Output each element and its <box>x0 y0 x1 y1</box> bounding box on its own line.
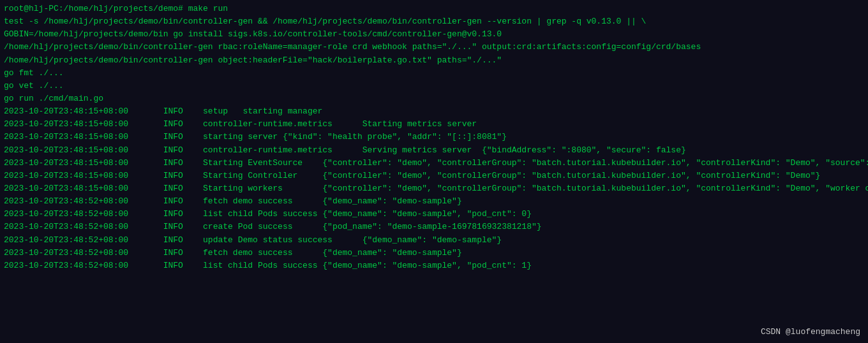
terminal-line: GOBIN=/home/hlj/projects/demo/bin go ins… <box>4 28 864 41</box>
terminal-line: 2023-10-20T23:48:15+08:00 INFO controlle… <box>4 118 864 131</box>
terminal-line: /home/hlj/projects/demo/bin/controller-g… <box>4 41 864 54</box>
terminal-line: 2023-10-20T23:48:52+08:00 INFO create Po… <box>4 221 864 233</box>
terminal-line: 2023-10-20T23:48:15+08:00 INFO Starting … <box>4 157 864 170</box>
terminal-line: root@hlj-PC:/home/hlj/projects/demo# mak… <box>4 3 864 15</box>
terminal-line: go run ./cmd/main.go <box>4 92 864 105</box>
terminal-line: 2023-10-20T23:48:15+08:00 INFO starting … <box>4 131 864 143</box>
terminal-line: 2023-10-20T23:48:52+08:00 INFO fetch dem… <box>4 195 864 208</box>
terminal-line: 2023-10-20T23:48:15+08:00 INFO controlle… <box>4 144 864 157</box>
terminal-line: 2023-10-20T23:48:52+08:00 INFO list chil… <box>4 259 864 272</box>
terminal-line: 2023-10-20T23:48:15+08:00 INFO Starting … <box>4 182 864 195</box>
terminal-line: 2023-10-20T23:48:15+08:00 INFO Starting … <box>4 170 864 182</box>
terminal-line: /home/hlj/projects/demo/bin/controller-g… <box>4 54 864 67</box>
terminal-line: 2023-10-20T23:48:52+08:00 INFO fetch dem… <box>4 247 864 259</box>
terminal-line: 2023-10-20T23:48:52+08:00 INFO update De… <box>4 234 864 247</box>
terminal-line: 2023-10-20T23:48:15+08:00 INFO setup sta… <box>4 105 864 118</box>
terminal-line: test -s /home/hlj/projects/demo/bin/cont… <box>4 15 864 28</box>
terminal: root@hlj-PC:/home/hlj/projects/demo# mak… <box>0 0 868 343</box>
terminal-line: go fmt ./... <box>4 67 864 80</box>
terminal-line: 2023-10-20T23:48:52+08:00 INFO list chil… <box>4 208 864 221</box>
terminal-line: go vet ./... <box>4 80 864 92</box>
watermark: CSDN @luofengmacheng <box>761 327 860 337</box>
